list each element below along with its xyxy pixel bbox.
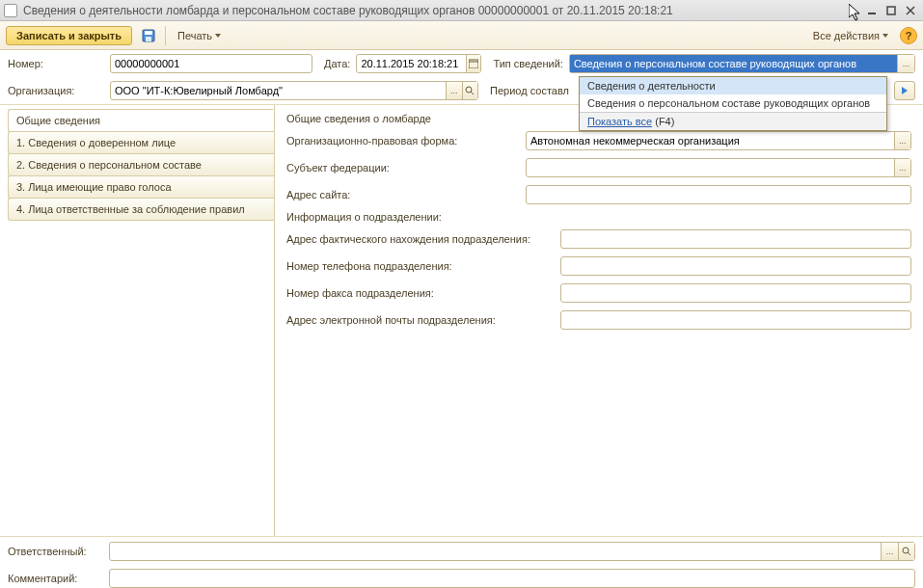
responsible-field-wrap: ... — [109, 542, 915, 561]
dropdown-footer: Показать все (F4) — [580, 113, 886, 130]
svg-rect-6 — [146, 37, 151, 41]
show-all-link[interactable]: Показать все — [587, 116, 652, 127]
filter-row-1: Номер: Дата: Тип сведений: Сведения о пе… — [0, 50, 923, 77]
subject-select-button[interactable]: ... — [894, 159, 910, 176]
org-form-field-wrap: ... — [526, 131, 911, 150]
date-label: Дата: — [324, 58, 350, 69]
dropdown-item-personnel[interactable]: Сведения о персональном составе руководя… — [580, 94, 886, 112]
div-addr-label: Адрес фактического нахождения подразделе… — [286, 233, 560, 245]
next-period-button[interactable] — [894, 81, 915, 100]
number-input[interactable] — [111, 55, 312, 72]
responsible-open-button[interactable] — [898, 543, 914, 560]
subject-label: Субъект федерации: — [286, 162, 526, 174]
titlebar: Сведения о деятельности ломбарда и персо… — [0, 0, 923, 21]
number-label: Номер: — [8, 58, 104, 69]
magnifier-icon — [465, 86, 475, 95]
type-label: Тип сведений: — [493, 58, 562, 69]
org-form-input[interactable] — [527, 132, 894, 149]
tab-voting-rights[interactable]: 3. Лица имеющие право голоса — [8, 175, 274, 199]
print-menu[interactable]: Печать — [172, 27, 227, 44]
org-form-label: Организационно-правовая форма: — [286, 135, 526, 147]
all-actions-menu[interactable]: Все действия — [807, 27, 894, 44]
number-field-wrap — [110, 54, 312, 73]
org-input[interactable] — [111, 82, 446, 99]
div-addr-field-wrap — [560, 229, 911, 249]
maximize-button[interactable] — [882, 3, 900, 18]
toolbar-divider — [165, 26, 166, 45]
div-fax-input[interactable] — [561, 284, 910, 302]
print-label: Печать — [177, 30, 212, 41]
minimize-button[interactable] — [863, 3, 881, 18]
tab-personnel[interactable]: 2. Сведения о персональном составе — [8, 153, 274, 176]
content-area: Общие сведения 1. Сведения о доверенном … — [0, 104, 923, 536]
type-select-button[interactable]: ... — [897, 55, 914, 72]
comment-input[interactable] — [110, 570, 914, 587]
div-email-label: Адрес электронной почты подразделения: — [286, 314, 560, 326]
save-and-close-button[interactable]: Записать и закрыть — [6, 26, 132, 45]
div-email-field-wrap — [560, 310, 911, 330]
org-open-button[interactable] — [462, 82, 478, 99]
date-input[interactable] — [357, 55, 465, 72]
date-field-wrap — [356, 54, 481, 73]
svg-line-10 — [471, 92, 474, 94]
arrow-right-icon — [902, 87, 908, 94]
period-label: Период составл — [490, 85, 569, 96]
footer: Ответственный: ... Комментарий: — [0, 536, 923, 588]
mouse-cursor — [849, 4, 862, 23]
responsible-label: Ответственный: — [8, 546, 109, 557]
save-button[interactable] — [138, 25, 159, 46]
document-icon — [4, 4, 17, 17]
org-label: Организация: — [8, 85, 104, 96]
close-button[interactable] — [902, 3, 919, 18]
tab-general[interactable]: Общие сведения — [8, 109, 274, 132]
tab-compliance[interactable]: 4. Лица ответственные за соблюдение прав… — [8, 198, 274, 221]
svg-rect-1 — [887, 7, 895, 14]
calendar-icon — [469, 59, 478, 68]
div-fax-label: Номер факса подразделения: — [286, 287, 560, 299]
show-all-shortcut: (F4) — [655, 116, 674, 127]
div-email-input[interactable] — [561, 311, 910, 329]
toolbar: Записать и закрыть Печать Все действия ? — [0, 21, 923, 50]
subject-input[interactable] — [527, 159, 894, 176]
org-form-select-button[interactable]: ... — [894, 132, 910, 149]
dropdown-item-activity[interactable]: Сведения о деятельности — [580, 77, 886, 94]
help-button[interactable]: ? — [900, 27, 917, 44]
comment-field-wrap — [109, 569, 915, 588]
org-select-button[interactable]: ... — [446, 82, 462, 99]
type-select-wrap: Сведения о персональном составе руководя… — [569, 54, 915, 73]
responsible-select-button[interactable]: ... — [881, 543, 897, 560]
magnifier-icon — [902, 547, 911, 556]
comment-label: Комментарий: — [8, 573, 109, 584]
site-label: Адрес сайта: — [286, 189, 526, 200]
div-phone-field-wrap — [560, 256, 911, 276]
responsible-input[interactable] — [110, 543, 881, 560]
main-panel: Общие сведения о ломбарде Организационно… — [274, 105, 923, 536]
div-phone-label: Номер телефона подразделения: — [286, 260, 560, 272]
floppy-icon — [142, 29, 155, 42]
division-header: Информация о подразделении: — [286, 211, 911, 223]
subject-field-wrap: ... — [526, 158, 911, 177]
svg-rect-5 — [145, 31, 152, 35]
site-field-wrap — [526, 185, 911, 204]
tab-trusted-person[interactable]: 1. Сведения о доверенном лице — [8, 131, 274, 154]
site-input[interactable] — [527, 186, 910, 203]
chevron-down-icon — [215, 34, 221, 38]
svg-rect-7 — [469, 60, 478, 68]
div-phone-input[interactable] — [561, 257, 910, 275]
type-dropdown-popup: Сведения о деятельности Сведения о персо… — [579, 76, 887, 131]
sidebar: Общие сведения 1. Сведения о доверенном … — [0, 105, 274, 536]
svg-line-12 — [908, 552, 910, 555]
window-title: Сведения о деятельности ломбарда и персо… — [23, 4, 673, 17]
div-fax-field-wrap — [560, 283, 911, 303]
chevron-down-icon — [882, 34, 888, 38]
div-addr-input[interactable] — [561, 230, 910, 248]
calendar-button[interactable] — [466, 55, 481, 72]
org-field-wrap: ... — [110, 81, 478, 100]
type-select[interactable]: Сведения о персональном составе руководя… — [570, 55, 897, 72]
all-actions-label: Все действия — [813, 30, 880, 41]
